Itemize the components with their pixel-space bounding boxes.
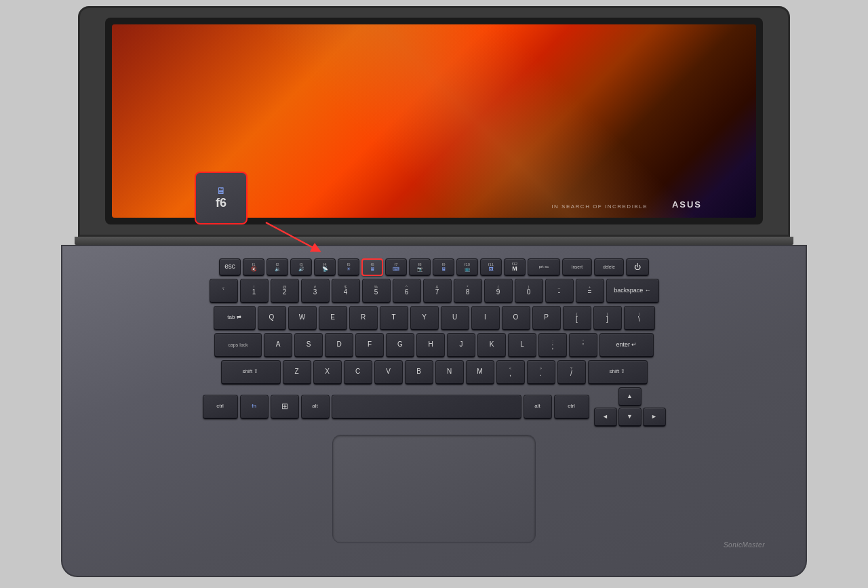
hinge xyxy=(75,237,793,245)
key-f6[interactable]: f6🖥 xyxy=(361,258,383,276)
key-arrow-right[interactable]: ► xyxy=(643,408,666,427)
key-f5[interactable]: f5☀ xyxy=(338,258,359,276)
key-f1[interactable]: f1🔇 xyxy=(243,258,264,276)
key-l[interactable]: L xyxy=(508,333,536,357)
key-ctrl-right[interactable]: ctrl xyxy=(554,395,589,419)
key-enter[interactable]: enter ↵ xyxy=(599,333,654,357)
annotation-key-label: f6 xyxy=(216,196,226,210)
key-b[interactable]: B xyxy=(405,360,433,385)
key-3[interactable]: #3 xyxy=(301,279,330,303)
key-backspace[interactable]: backspace ← xyxy=(606,279,659,303)
key-g[interactable]: G xyxy=(386,333,414,357)
bottom-row: ctrl fn ⊞ alt alt ctrl ▲ ◄ ▼ xyxy=(96,387,772,427)
key-windows[interactable]: ⊞ xyxy=(271,395,299,419)
key-u[interactable]: U xyxy=(441,306,469,330)
fn-key-row: esc f1🔇 f2🔉 f3🔊 f4📡 f5☀ f6🖥 f7⌨ f8📷 f9🖥 … xyxy=(96,258,772,276)
key-tab[interactable]: tab ⇄ xyxy=(214,306,256,330)
key-o[interactable]: O xyxy=(502,306,530,330)
annotation-key-display: 🖥 f6 xyxy=(195,172,248,224)
key-s[interactable]: S xyxy=(294,333,323,357)
key-c[interactable]: C xyxy=(344,360,372,385)
key-equals[interactable]: += xyxy=(576,279,604,303)
key-p[interactable]: P xyxy=(532,306,561,330)
key-8[interactable]: *8 xyxy=(454,279,482,303)
asus-tagline: IN SEARCH OF INCREDIBLE xyxy=(551,203,648,210)
laptop-lid: ASUS IN SEARCH OF INCREDIBLE xyxy=(78,6,790,237)
asus-logo: ASUS xyxy=(672,199,702,210)
key-r[interactable]: R xyxy=(349,306,378,330)
key-0[interactable]: )0 xyxy=(515,279,543,303)
key-f8[interactable]: f8📷 xyxy=(409,258,431,276)
key-x[interactable]: X xyxy=(313,360,342,385)
key-f10[interactable]: f10📺 xyxy=(456,258,478,276)
key-rbracket[interactable]: }] xyxy=(593,306,622,330)
key-y[interactable]: Y xyxy=(410,306,439,330)
key-shift-right[interactable]: shift ⇧ xyxy=(588,360,648,385)
key-7[interactable]: &7 xyxy=(423,279,452,303)
laptop: ASUS IN SEARCH OF INCREDIBLE esc f1🔇 f2🔉… xyxy=(34,6,834,583)
key-k[interactable]: K xyxy=(477,333,506,357)
qwerty-row: tab ⇄ Q W E R T Y U I O P {[ }] |\ xyxy=(96,306,772,330)
key-z[interactable]: Z xyxy=(283,360,311,385)
key-fn[interactable]: fn xyxy=(240,395,269,419)
key-alt-right[interactable]: alt xyxy=(524,395,552,419)
key-shift-left[interactable]: shift ⇧ xyxy=(221,360,281,385)
key-v[interactable]: V xyxy=(374,360,403,385)
number-row: ~` !1 @2 #3 $4 %5 ^6 &7 *8 (9 )0 _- += b… xyxy=(96,279,772,303)
asdf-row: caps lock A S D F G H J K L :; "' enter … xyxy=(96,333,772,357)
key-n[interactable]: N xyxy=(435,360,464,385)
key-esc[interactable]: esc xyxy=(219,258,241,276)
key-f7[interactable]: f7⌨ xyxy=(385,258,407,276)
key-alt-left[interactable]: alt xyxy=(301,395,330,419)
sonic-master-label: SonicMaster xyxy=(724,541,765,549)
key-1[interactable]: !1 xyxy=(240,279,269,303)
key-9[interactable]: (9 xyxy=(484,279,513,303)
key-f[interactable]: F xyxy=(355,333,384,357)
key-f11[interactable]: f11🖼 xyxy=(480,258,502,276)
key-insert[interactable]: insert xyxy=(562,258,592,276)
keyboard-area: esc f1🔇 f2🔉 f3🔊 f4📡 f5☀ f6🖥 f7⌨ f8📷 f9🖥 … xyxy=(96,258,772,427)
key-arrow-left[interactable]: ◄ xyxy=(594,408,617,427)
key-comma[interactable]: <, xyxy=(496,360,525,385)
annotation-key-icon: 🖥 xyxy=(216,185,226,196)
touchpad[interactable] xyxy=(332,435,536,543)
key-space[interactable] xyxy=(332,395,521,419)
laptop-base: esc f1🔇 f2🔉 f3🔊 f4📡 f5☀ f6🖥 f7⌨ f8📷 f9🖥 … xyxy=(61,245,807,577)
key-backtick[interactable]: ~` xyxy=(210,279,238,303)
key-d[interactable]: D xyxy=(325,333,353,357)
key-e[interactable]: E xyxy=(319,306,347,330)
key-delete[interactable]: delete xyxy=(594,258,624,276)
key-ctrl-left[interactable]: ctrl xyxy=(203,395,238,419)
key-q[interactable]: Q xyxy=(258,306,286,330)
key-w[interactable]: W xyxy=(288,306,317,330)
key-backslash[interactable]: |\ xyxy=(624,306,655,330)
key-h[interactable]: H xyxy=(416,333,445,357)
key-capslock[interactable]: caps lock xyxy=(214,333,262,357)
key-arrow-down[interactable]: ▼ xyxy=(618,408,642,427)
key-a[interactable]: A xyxy=(264,333,292,357)
key-5[interactable]: %5 xyxy=(362,279,391,303)
key-semicolon[interactable]: :; xyxy=(538,333,567,357)
key-lbracket[interactable]: {[ xyxy=(563,306,591,330)
key-2[interactable]: @2 xyxy=(271,279,299,303)
annotation-container: 🖥 f6 xyxy=(195,172,248,224)
key-i[interactable]: I xyxy=(471,306,500,330)
key-t[interactable]: T xyxy=(380,306,408,330)
key-period[interactable]: >. xyxy=(527,360,555,385)
zxcv-row: shift ⇧ Z X C V B N M <, >. ?/ shift ⇧ xyxy=(96,360,772,385)
key-m[interactable]: M xyxy=(466,360,494,385)
key-4[interactable]: $4 xyxy=(332,279,360,303)
key-arrow-up[interactable]: ▲ xyxy=(618,387,642,406)
key-j[interactable]: J xyxy=(447,333,475,357)
key-minus[interactable]: _- xyxy=(545,279,574,303)
key-f3[interactable]: f3🔊 xyxy=(290,258,312,276)
key-f2[interactable]: f2🔉 xyxy=(267,258,288,276)
key-f4[interactable]: f4📡 xyxy=(314,258,336,276)
key-f9[interactable]: f9🖥 xyxy=(433,258,454,276)
key-slash[interactable]: ?/ xyxy=(557,360,586,385)
key-f12[interactable]: f12M xyxy=(504,258,526,276)
key-6[interactable]: ^6 xyxy=(393,279,421,303)
key-quote[interactable]: "' xyxy=(569,333,597,357)
key-prtsc[interactable]: prt sc xyxy=(528,258,560,276)
key-power[interactable]: ⏻ xyxy=(626,258,649,276)
